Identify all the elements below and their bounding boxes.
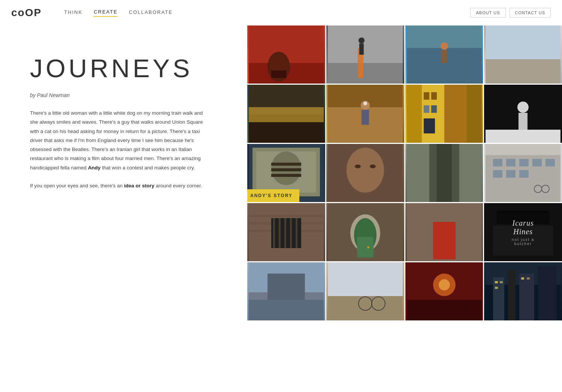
svg-point-63 bbox=[542, 185, 549, 193]
svg-point-77 bbox=[354, 218, 377, 252]
svg-rect-109 bbox=[495, 287, 498, 289]
svg-rect-103 bbox=[493, 277, 504, 320]
photo-cell-14[interactable] bbox=[326, 203, 404, 261]
photo-cell-13[interactable] bbox=[247, 203, 325, 261]
svg-point-99 bbox=[438, 279, 450, 290]
photo-cell-2[interactable] bbox=[326, 25, 404, 84]
svg-rect-9 bbox=[407, 25, 481, 84]
photo-cell-6[interactable] bbox=[326, 85, 404, 143]
photo-cell-7[interactable] bbox=[405, 85, 483, 143]
svg-rect-89 bbox=[249, 292, 324, 320]
svg-rect-6 bbox=[358, 48, 363, 78]
photo-cell-4[interactable] bbox=[484, 25, 562, 84]
svg-rect-0 bbox=[249, 25, 324, 84]
nav-create[interactable]: CREATE bbox=[94, 9, 118, 17]
svg-point-79 bbox=[367, 246, 369, 248]
photo-cell-1[interactable] bbox=[247, 25, 325, 84]
svg-rect-27 bbox=[444, 85, 466, 143]
svg-rect-87 bbox=[497, 211, 549, 224]
photo-cell-5[interactable] bbox=[247, 85, 325, 143]
svg-rect-84 bbox=[433, 222, 455, 259]
svg-rect-31 bbox=[423, 105, 429, 113]
svg-rect-83 bbox=[407, 203, 481, 261]
svg-rect-107 bbox=[495, 281, 498, 283]
svg-rect-33 bbox=[423, 118, 435, 133]
nav-collaborate[interactable]: COLLABORATE bbox=[129, 9, 173, 16]
contact-us-button[interactable]: CONTACT US bbox=[510, 8, 551, 18]
header: coOP THINK CREATE COLLABORATE ABOUT US C… bbox=[0, 0, 562, 25]
svg-rect-53 bbox=[486, 155, 561, 202]
svg-rect-26 bbox=[422, 85, 444, 143]
logo[interactable]: coOP bbox=[11, 7, 42, 19]
svg-rect-111 bbox=[527, 277, 530, 280]
right-panel: ANDY'S STORY bbox=[247, 25, 562, 392]
photo-cell-20[interactable] bbox=[484, 262, 562, 320]
svg-rect-55 bbox=[506, 159, 516, 166]
svg-rect-81 bbox=[433, 222, 455, 259]
svg-rect-71 bbox=[279, 218, 281, 248]
svg-rect-90 bbox=[268, 274, 305, 304]
photo-cell-15[interactable] bbox=[405, 203, 483, 261]
article-paragraph1: There's a little old woman with a little… bbox=[30, 109, 206, 172]
svg-rect-8 bbox=[359, 43, 364, 55]
svg-rect-72 bbox=[284, 218, 286, 248]
svg-rect-59 bbox=[493, 170, 502, 178]
main-nav: THINK CREATE COLLABORATE bbox=[64, 9, 173, 17]
svg-point-96 bbox=[372, 297, 385, 310]
svg-rect-29 bbox=[423, 92, 429, 100]
svg-point-62 bbox=[534, 185, 542, 193]
svg-point-47 bbox=[355, 165, 361, 168]
svg-rect-69 bbox=[271, 218, 301, 248]
photo-cell-9[interactable]: ANDY'S STORY bbox=[247, 144, 325, 202]
svg-rect-100 bbox=[407, 300, 481, 320]
photo-cell-17[interactable] bbox=[247, 262, 325, 320]
svg-rect-58 bbox=[546, 159, 555, 166]
svg-rect-34 bbox=[486, 85, 561, 143]
svg-rect-10 bbox=[407, 48, 481, 84]
svg-rect-24 bbox=[407, 85, 481, 143]
photo-cell-10[interactable] bbox=[326, 144, 404, 202]
photo-cell-12[interactable] bbox=[484, 144, 562, 202]
svg-rect-32 bbox=[431, 105, 436, 113]
about-us-button[interactable]: ABOUT US bbox=[470, 8, 505, 18]
svg-rect-15 bbox=[486, 25, 561, 59]
photo-cell-19[interactable] bbox=[405, 262, 483, 320]
andy-name: Andy bbox=[88, 165, 101, 171]
svg-rect-68 bbox=[249, 229, 324, 232]
icarus-title: Icarus Hines bbox=[504, 219, 543, 236]
svg-rect-104 bbox=[508, 270, 516, 320]
svg-rect-108 bbox=[500, 281, 503, 283]
svg-rect-12 bbox=[441, 50, 447, 63]
svg-rect-54 bbox=[493, 159, 502, 166]
photo-cell-3[interactable] bbox=[405, 25, 483, 84]
svg-rect-4 bbox=[328, 25, 403, 84]
photo-cell-8[interactable] bbox=[484, 85, 562, 143]
svg-rect-14 bbox=[486, 59, 561, 84]
svg-rect-74 bbox=[296, 218, 297, 248]
svg-rect-78 bbox=[357, 237, 374, 257]
svg-rect-28 bbox=[466, 85, 481, 143]
svg-point-46 bbox=[347, 148, 384, 193]
andy-story-label[interactable]: ANDY'S STORY bbox=[247, 189, 299, 202]
svg-rect-40 bbox=[256, 151, 316, 193]
idea-phrase: idea or story bbox=[124, 183, 154, 189]
main-content: JOURNEYS by Paul Newman There's a little… bbox=[0, 0, 562, 392]
article-byline: by Paul Newman bbox=[30, 92, 225, 98]
logo-text: co bbox=[11, 7, 25, 18]
svg-rect-25 bbox=[407, 85, 422, 143]
photo-cell-icarus[interactable]: Icarus Hines not just a butcher bbox=[484, 203, 562, 261]
svg-rect-67 bbox=[249, 222, 324, 225]
photo-cell-18[interactable] bbox=[326, 262, 404, 320]
svg-rect-51 bbox=[436, 144, 451, 202]
article-paragraph2: If you open your eyes and see, there's a… bbox=[30, 181, 206, 190]
svg-rect-19 bbox=[328, 85, 403, 143]
photo-cell-11[interactable] bbox=[405, 144, 483, 202]
svg-rect-42 bbox=[271, 163, 301, 166]
header-actions: ABOUT US CONTACT US bbox=[470, 8, 551, 18]
svg-rect-92 bbox=[328, 262, 403, 320]
svg-point-23 bbox=[363, 102, 367, 105]
nav-think[interactable]: THINK bbox=[64, 9, 82, 16]
svg-rect-85 bbox=[486, 203, 561, 261]
icarus-overlay: Icarus Hines not just a butcher bbox=[504, 219, 543, 246]
svg-rect-3 bbox=[271, 70, 286, 78]
